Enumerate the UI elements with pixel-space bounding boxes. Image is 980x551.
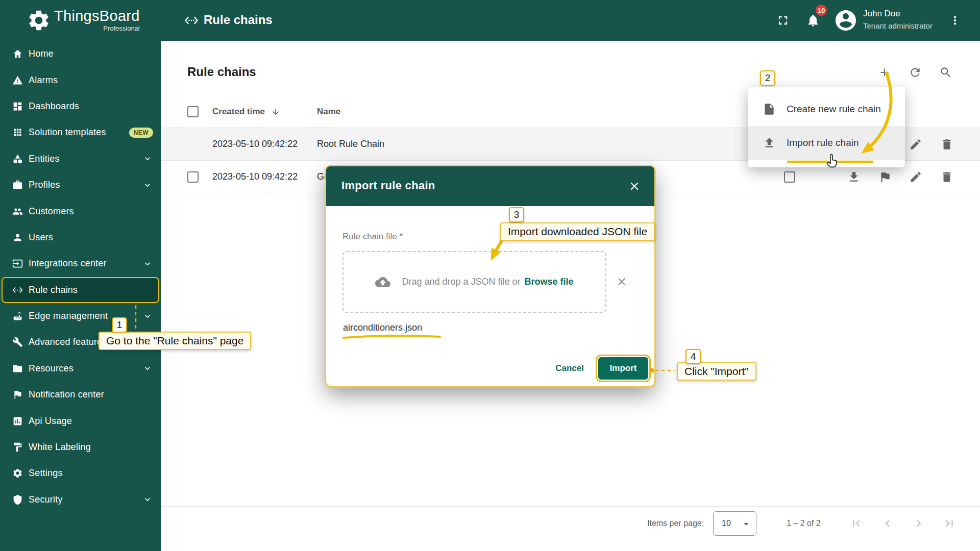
dropzone-text: Drag and drop a JSON file or: [402, 277, 520, 287]
sidebar-item-customers[interactable]: Customers: [0, 198, 161, 224]
search-icon[interactable]: [939, 66, 952, 79]
sidebar-item-label: Resources: [29, 363, 74, 374]
menu-item-label: Create new rule chain: [787, 104, 881, 115]
avatar[interactable]: [834, 8, 858, 33]
sidebar-item-dashboards[interactable]: Dashboards: [0, 93, 161, 119]
sidebar-item-users[interactable]: Users: [0, 224, 161, 251]
chevron-down-icon: [142, 363, 153, 373]
sidebar-item-security[interactable]: Security: [0, 487, 161, 513]
sidebar-item-label: White Labeling: [29, 442, 91, 453]
shield-icon: [12, 494, 23, 505]
first-page-icon[interactable]: [850, 517, 863, 530]
sidebar-item-entities[interactable]: Entities: [0, 146, 161, 172]
page-title: Rule chains: [204, 13, 273, 27]
rule-chain-file-label: Rule chain file *: [342, 232, 403, 242]
file-dropzone[interactable]: Drag and drop a JSON file or Browse file: [342, 251, 606, 313]
step1-badge: 1: [112, 317, 127, 333]
items-per-page-value: 10: [722, 519, 731, 528]
category-icon: [12, 154, 23, 164]
import-button[interactable]: Import: [598, 357, 648, 380]
sidebar-item-solution-templates[interactable]: Solution templates NEW: [0, 119, 161, 145]
row-name: Root Rule Chain: [317, 139, 384, 149]
column-name[interactable]: Name: [317, 107, 340, 117]
sidebar-item-label: Security: [29, 494, 63, 505]
chevron-down-icon: [142, 259, 153, 269]
refresh-icon[interactable]: [909, 66, 922, 79]
select-all-checkbox[interactable]: [187, 106, 199, 117]
items-per-page-label: Items per page:: [647, 519, 704, 528]
cloud-upload-icon: [375, 274, 390, 290]
sidebar-item-label: Profiles: [29, 180, 60, 190]
menu-item-import-rule-chain[interactable]: Import rule chain: [748, 126, 905, 160]
step1-label: Go to the "Rule chains" page: [99, 332, 251, 350]
previous-page-icon[interactable]: [881, 517, 894, 530]
brand-name: ThingsBoard: [54, 7, 140, 24]
sidebar-item-label: Alarms: [29, 75, 58, 86]
page-range: 1 – 2 of 2: [787, 519, 821, 528]
menu-item-create-new-rule-chain[interactable]: Create new rule chain: [748, 92, 905, 126]
sidebar-item-rule-chains[interactable]: Rule chains: [2, 277, 159, 303]
paginator: Items per page: 10 1 – 2 of 2: [161, 506, 980, 540]
notification-count-badge: 10: [816, 5, 827, 16]
chevron-down-icon: [142, 311, 153, 321]
row-created-time: 2023-05-10 09:42:22: [212, 139, 298, 149]
step4-label: Click "Import": [677, 362, 756, 381]
person-icon: [12, 232, 23, 243]
sidebar-item-label: Customers: [29, 206, 74, 217]
topbar: ThingsBoard Professional Rule chains 10 …: [0, 0, 980, 41]
sidebar-item-edge-management[interactable]: Edge management: [0, 303, 161, 329]
delete-icon[interactable]: [940, 138, 953, 151]
clear-file-icon[interactable]: [613, 273, 630, 290]
sidebar-item-profiles[interactable]: Profiles: [0, 172, 161, 198]
sidebar-item-resources[interactable]: Resources: [0, 356, 161, 382]
gear-icon: [12, 468, 23, 479]
document-icon: [763, 103, 776, 116]
sidebar-item-notification-center[interactable]: Notification center: [0, 382, 161, 408]
brand-subtitle: Professional: [103, 24, 140, 32]
sidebar-item-label: Home: [29, 48, 54, 59]
more-menu-icon[interactable]: [948, 14, 962, 27]
step2-badge: 2: [760, 70, 775, 86]
browse-file-link[interactable]: Browse file: [525, 277, 574, 287]
sidebar-item-integrations-center[interactable]: Integrations center: [0, 251, 161, 277]
import-rule-chain-dialog: Import rule chain Rule chain file * Drag…: [326, 166, 654, 386]
chevron-down-icon: [142, 154, 153, 164]
new-badge: NEW: [129, 128, 153, 138]
sort-arrow-icon[interactable]: [271, 107, 280, 116]
briefcase-icon: [12, 180, 23, 190]
sidebar-item-white-labeling[interactable]: White Labeling: [0, 434, 161, 460]
apps-icon: [12, 127, 23, 138]
root-checkbox[interactable]: [784, 171, 795, 183]
sidebar-item-label: Settings: [29, 468, 63, 479]
dropdown-arrow-icon: [741, 518, 752, 530]
cancel-button[interactable]: Cancel: [546, 357, 593, 380]
sidebar-item-settings[interactable]: Settings: [0, 460, 161, 486]
sidebar-item-label: Edge management: [29, 311, 108, 321]
paint-icon: [12, 442, 23, 453]
dialog-title: Import rule chain: [341, 179, 435, 192]
row-checkbox[interactable]: [187, 171, 199, 183]
people-icon: [12, 206, 23, 217]
home-icon: [12, 48, 23, 59]
close-icon[interactable]: [628, 180, 641, 193]
column-created-time[interactable]: Created time: [212, 107, 265, 117]
last-page-icon[interactable]: [943, 517, 956, 530]
notifications-bell-icon[interactable]: [806, 13, 820, 28]
sidebar-item-alarms[interactable]: Alarms: [0, 67, 161, 93]
set-root-flag-icon[interactable]: [878, 170, 892, 184]
delete-icon[interactable]: [940, 170, 953, 184]
add-rule-chain-icon[interactable]: [878, 66, 891, 79]
step3-label: Import downloaded JSON file: [500, 222, 655, 241]
input-icon: [12, 258, 23, 269]
sidebar-item-label: Users: [29, 232, 53, 243]
sidebar-item-home[interactable]: Home: [0, 41, 161, 67]
export-icon[interactable]: [847, 170, 861, 184]
sidebar-item-label: Rule chains: [29, 285, 78, 295]
fullscreen-icon[interactable]: [776, 13, 790, 28]
edit-icon[interactable]: [909, 138, 922, 151]
sidebar-item-api-usage[interactable]: Api Usage: [0, 408, 161, 434]
edit-icon[interactable]: [909, 170, 922, 184]
next-page-icon[interactable]: [912, 517, 925, 530]
items-per-page-select[interactable]: 10: [713, 511, 756, 536]
chevron-down-icon: [142, 180, 153, 190]
